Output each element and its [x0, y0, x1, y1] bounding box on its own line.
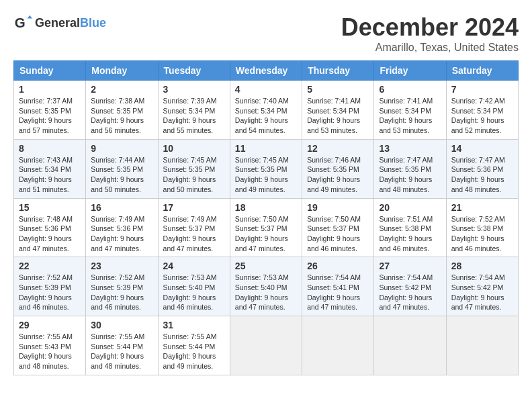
table-row: 27 Sunrise: 7:54 AM Sunset: 5:42 PM Dayl…	[374, 257, 446, 316]
day-number: 24	[163, 261, 225, 271]
col-tuesday: Tuesday	[158, 61, 230, 81]
day-info: Sunrise: 7:41 AM Sunset: 5:34 PM Dayligh…	[307, 96, 369, 136]
day-info: Sunrise: 7:53 AM Sunset: 5:40 PM Dayligh…	[235, 273, 297, 312]
day-number: 15	[19, 202, 81, 213]
day-number: 21	[451, 202, 513, 213]
table-row: 31 Sunrise: 7:55 AM Sunset: 5:44 PM Dayl…	[158, 316, 230, 375]
day-info: Sunrise: 7:43 AM Sunset: 5:34 PM Dayligh…	[19, 155, 81, 195]
day-number: 26	[307, 261, 369, 271]
day-info: Sunrise: 7:51 AM Sunset: 5:38 PM Dayligh…	[379, 214, 441, 254]
table-row: 25 Sunrise: 7:53 AM Sunset: 5:40 PM Dayl…	[230, 257, 302, 316]
col-friday: Friday	[374, 61, 446, 81]
table-row: 4 Sunrise: 7:40 AM Sunset: 5:34 PM Dayli…	[230, 81, 302, 140]
day-number: 17	[163, 202, 225, 213]
day-info: Sunrise: 7:49 AM Sunset: 5:36 PM Dayligh…	[91, 214, 152, 254]
table-row	[446, 316, 518, 375]
table-row: 22 Sunrise: 7:52 AM Sunset: 5:39 PM Dayl…	[14, 257, 86, 316]
day-number: 22	[19, 261, 81, 271]
table-row: 1 Sunrise: 7:37 AM Sunset: 5:35 PM Dayli…	[14, 81, 86, 140]
day-number: 11	[235, 143, 297, 154]
day-info: Sunrise: 7:50 AM Sunset: 5:37 PM Dayligh…	[307, 214, 369, 254]
calendar-row: 1 Sunrise: 7:37 AM Sunset: 5:35 PM Dayli…	[14, 81, 519, 140]
day-info: Sunrise: 7:54 AM Sunset: 5:41 PM Dayligh…	[307, 273, 369, 312]
day-number: 3	[163, 84, 225, 95]
day-info: Sunrise: 7:54 AM Sunset: 5:42 PM Dayligh…	[451, 273, 513, 312]
day-number: 4	[235, 84, 297, 95]
day-number: 9	[91, 143, 152, 154]
table-row: 20 Sunrise: 7:51 AM Sunset: 5:38 PM Dayl…	[374, 198, 446, 257]
day-number: 27	[379, 261, 441, 271]
table-row: 23 Sunrise: 7:52 AM Sunset: 5:39 PM Dayl…	[86, 257, 158, 316]
day-number: 10	[163, 143, 225, 154]
table-row: 29 Sunrise: 7:55 AM Sunset: 5:43 PM Dayl…	[14, 316, 86, 375]
table-row: 18 Sunrise: 7:50 AM Sunset: 5:37 PM Dayl…	[230, 198, 302, 257]
day-info: Sunrise: 7:48 AM Sunset: 5:36 PM Dayligh…	[19, 214, 81, 254]
day-number: 31	[163, 320, 225, 330]
col-sunday: Sunday	[14, 61, 86, 81]
day-info: Sunrise: 7:44 AM Sunset: 5:35 PM Dayligh…	[91, 155, 152, 195]
day-info: Sunrise: 7:55 AM Sunset: 5:43 PM Dayligh…	[19, 332, 81, 371]
day-info: Sunrise: 7:42 AM Sunset: 5:34 PM Dayligh…	[451, 96, 513, 136]
day-info: Sunrise: 7:37 AM Sunset: 5:35 PM Dayligh…	[19, 96, 81, 136]
day-number: 12	[307, 143, 369, 154]
col-wednesday: Wednesday	[230, 61, 302, 81]
day-number: 13	[379, 143, 441, 154]
calendar-row: 15 Sunrise: 7:48 AM Sunset: 5:36 PM Dayl…	[14, 198, 519, 257]
calendar-row: 22 Sunrise: 7:52 AM Sunset: 5:39 PM Dayl…	[14, 257, 519, 316]
table-row: 3 Sunrise: 7:39 AM Sunset: 5:34 PM Dayli…	[158, 81, 230, 140]
header-row: Sunday Monday Tuesday Wednesday Thursday…	[14, 61, 519, 81]
table-row: 21 Sunrise: 7:52 AM Sunset: 5:38 PM Dayl…	[446, 198, 518, 257]
table-row: 9 Sunrise: 7:44 AM Sunset: 5:35 PM Dayli…	[86, 139, 158, 198]
table-row: 6 Sunrise: 7:41 AM Sunset: 5:34 PM Dayli…	[374, 81, 446, 140]
table-row: 15 Sunrise: 7:48 AM Sunset: 5:36 PM Dayl…	[14, 198, 86, 257]
day-info: Sunrise: 7:55 AM Sunset: 5:44 PM Dayligh…	[163, 332, 225, 371]
day-number: 16	[91, 202, 152, 213]
day-number: 7	[451, 84, 513, 95]
day-info: Sunrise: 7:53 AM Sunset: 5:40 PM Dayligh…	[163, 273, 225, 312]
location-title: Amarillo, Texas, United States	[341, 42, 519, 54]
day-number: 14	[451, 143, 513, 154]
svg-text:G: G	[15, 15, 26, 30]
day-number: 30	[91, 320, 152, 330]
table-row: 17 Sunrise: 7:49 AM Sunset: 5:37 PM Dayl…	[158, 198, 230, 257]
day-info: Sunrise: 7:40 AM Sunset: 5:34 PM Dayligh…	[235, 96, 297, 136]
table-row: 12 Sunrise: 7:46 AM Sunset: 5:35 PM Dayl…	[302, 139, 374, 198]
table-row: 5 Sunrise: 7:41 AM Sunset: 5:34 PM Dayli…	[302, 81, 374, 140]
logo-blue: Blue	[80, 16, 106, 30]
day-info: Sunrise: 7:52 AM Sunset: 5:39 PM Dayligh…	[91, 273, 152, 312]
table-row: 19 Sunrise: 7:50 AM Sunset: 5:37 PM Dayl…	[302, 198, 374, 257]
day-number: 6	[379, 84, 441, 95]
day-number: 5	[307, 84, 369, 95]
day-number: 20	[379, 202, 441, 213]
header: G GeneralBlue December 2024 Amarillo, Te…	[13, 13, 519, 54]
logo-general: General	[35, 16, 80, 30]
month-title: December 2024	[341, 13, 519, 42]
table-row: 24 Sunrise: 7:53 AM Sunset: 5:40 PM Dayl…	[158, 257, 230, 316]
day-number: 18	[235, 202, 297, 213]
table-row: 14 Sunrise: 7:47 AM Sunset: 5:36 PM Dayl…	[446, 139, 518, 198]
day-number: 25	[235, 261, 297, 271]
col-thursday: Thursday	[302, 61, 374, 81]
day-number: 23	[91, 261, 152, 271]
svg-marker-1	[28, 15, 32, 19]
day-info: Sunrise: 7:55 AM Sunset: 5:44 PM Dayligh…	[91, 332, 152, 371]
table-row: 11 Sunrise: 7:45 AM Sunset: 5:35 PM Dayl…	[230, 139, 302, 198]
calendar-row: 8 Sunrise: 7:43 AM Sunset: 5:34 PM Dayli…	[14, 139, 519, 198]
day-number: 19	[307, 202, 369, 213]
calendar-row: 29 Sunrise: 7:55 AM Sunset: 5:43 PM Dayl…	[14, 316, 519, 375]
logo-icon: G	[13, 13, 32, 32]
day-info: Sunrise: 7:50 AM Sunset: 5:37 PM Dayligh…	[235, 214, 297, 254]
table-row: 7 Sunrise: 7:42 AM Sunset: 5:34 PM Dayli…	[446, 81, 518, 140]
table-row: 10 Sunrise: 7:45 AM Sunset: 5:35 PM Dayl…	[158, 139, 230, 198]
day-info: Sunrise: 7:46 AM Sunset: 5:35 PM Dayligh…	[307, 155, 369, 195]
day-info: Sunrise: 7:38 AM Sunset: 5:35 PM Dayligh…	[91, 96, 152, 136]
day-number: 1	[19, 84, 81, 95]
day-info: Sunrise: 7:39 AM Sunset: 5:34 PM Dayligh…	[163, 96, 225, 136]
table-row: 13 Sunrise: 7:47 AM Sunset: 5:35 PM Dayl…	[374, 139, 446, 198]
day-info: Sunrise: 7:52 AM Sunset: 5:38 PM Dayligh…	[451, 214, 513, 254]
day-number: 29	[19, 320, 81, 330]
day-info: Sunrise: 7:54 AM Sunset: 5:42 PM Dayligh…	[379, 273, 441, 312]
table-row: 28 Sunrise: 7:54 AM Sunset: 5:42 PM Dayl…	[446, 257, 518, 316]
calendar-table: Sunday Monday Tuesday Wednesday Thursday…	[13, 60, 519, 375]
table-row	[302, 316, 374, 375]
